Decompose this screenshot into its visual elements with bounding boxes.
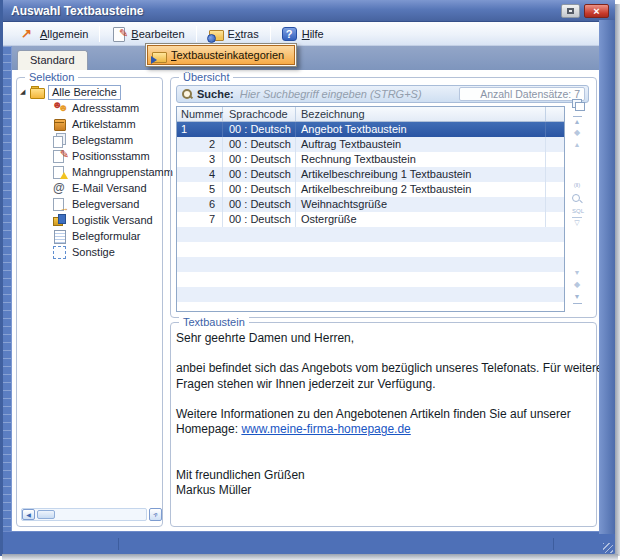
cell-sprachcode: 00 : Deutsch xyxy=(223,167,296,182)
filter-icon[interactable]: ▽ xyxy=(568,218,586,230)
cell-bezeichnung: Ostergrüße xyxy=(296,212,546,227)
tree-item-e-mail-versand[interactable]: E-Mail Versand xyxy=(20,180,158,196)
close-button[interactable]: × xyxy=(584,4,609,18)
tree-item-label: Belegformular xyxy=(72,230,140,242)
scrollbar-thumb[interactable] xyxy=(37,510,55,519)
table-row[interactable]: 500 : DeutschArtikelbeschreibung 2 Textb… xyxy=(177,182,564,197)
text-line: Fragen stehen wir Ihnen jederzeit zur Ve… xyxy=(176,377,591,392)
at-icon xyxy=(52,181,67,195)
text-line: Mit freundlichen Grüßen xyxy=(176,468,591,483)
tree-item-mahngruppenstamm[interactable]: Mahngruppenstamm xyxy=(20,164,158,180)
table-row[interactable]: 700 : DeutschOstergrüße xyxy=(177,212,564,227)
status-separator xyxy=(118,538,119,550)
tree-item-alle-bereiche[interactable]: ◢Alle Bereiche xyxy=(20,84,158,100)
menu-item-label: Textbausteinkategorien xyxy=(171,49,284,61)
tree-item-belegversand[interactable]: Belegversand xyxy=(20,196,158,212)
tree-item-label: Artikelstamm xyxy=(72,118,136,130)
extras-menu: Textbausteinkategorien xyxy=(145,43,297,67)
tree-item-positionsstamm[interactable]: Positionsstamm xyxy=(20,148,158,164)
selektion-tree: ◢Alle BereicheAdressstammArtikelstammBel… xyxy=(20,84,158,260)
menu-item-label: Bearbeiten xyxy=(131,28,184,40)
menu-item-textbausteinkategorien[interactable]: Textbausteinkategorien xyxy=(147,45,295,65)
cell-sprachcode: 00 : Deutsch xyxy=(223,212,296,227)
scroll-left-icon[interactable]: ◀ xyxy=(22,509,35,520)
scroll-last-icon[interactable]: ▼ xyxy=(573,292,582,304)
table-row[interactable]: 200 : DeutschAuftrag Textbaustein xyxy=(177,137,564,152)
magnify-icon[interactable] xyxy=(571,193,583,205)
menubar-items: AllgemeinBearbeitenExtrasHilfe xyxy=(3,22,599,46)
homepage-link[interactable]: www.meine-firma-homepage.de xyxy=(241,422,410,436)
cell-bezeichnung: Angebot Textbaustein xyxy=(296,122,546,137)
page-up-icon[interactable]: ◆ xyxy=(568,128,586,140)
tree-item-belegstamm[interactable]: Belegstamm xyxy=(20,132,158,148)
cell-bezeichnung: Artikelbeschreibung 2 Textbaustein xyxy=(296,182,546,197)
tree-item-label: Belegstamm xyxy=(72,134,133,146)
restore-button[interactable] xyxy=(561,4,580,18)
table-row[interactable]: 300 : DeutschRechnung Textbaustein xyxy=(177,152,564,167)
tree-item-adressstamm[interactable]: Adressstamm xyxy=(20,100,158,116)
expander-icon[interactable]: ◢ xyxy=(20,88,30,96)
column-header-bezeichnung[interactable]: Bezeichnung xyxy=(296,107,546,121)
menu-item-allgemein[interactable]: Allgemein xyxy=(13,24,95,44)
row-down-icon[interactable]: ▼ xyxy=(568,268,586,280)
tree-item-logistik-versand[interactable]: Logistik Versand xyxy=(20,212,158,228)
cell-empty xyxy=(546,212,564,227)
docked-panel-strip[interactable] xyxy=(3,46,12,531)
scroll-corner-button[interactable]: » xyxy=(149,508,162,521)
row-up-icon[interactable]: ▲ xyxy=(568,140,586,152)
search-icon xyxy=(181,88,193,100)
form-icon xyxy=(52,229,67,243)
grid-header[interactable]: NummerSprachcodeBezeichnung xyxy=(177,107,564,122)
cell-empty xyxy=(546,197,564,212)
tree-item-label: Mahngruppenstamm xyxy=(72,166,173,178)
search-input[interactable] xyxy=(238,87,459,101)
tree-horizontal-scrollbar[interactable]: ◀ xyxy=(21,508,147,521)
column-header-nummer[interactable]: Nummer xyxy=(177,107,223,121)
menu-item-bearbeiten[interactable]: Bearbeiten xyxy=(104,24,191,44)
resize-grip[interactable] xyxy=(603,543,613,553)
tree-item-belegformular[interactable]: Belegformular xyxy=(20,228,158,244)
menu-item-hilfe[interactable]: Hilfe xyxy=(275,24,331,44)
pen-icon xyxy=(52,149,67,163)
tree-item-label: Logistik Versand xyxy=(72,214,153,226)
text-line xyxy=(176,437,591,452)
titlebar[interactable]: Auswahl Textbausteine × xyxy=(0,0,615,22)
cell-empty xyxy=(546,182,564,197)
table-row[interactable]: 600 : DeutschWeihnachtsgrüße xyxy=(177,197,564,212)
doc-send-icon xyxy=(52,197,67,211)
grid-rows: 100 : DeutschAngebot Textbaustein200 : D… xyxy=(177,122,564,227)
box-icon xyxy=(52,117,67,131)
sql-edit-icon[interactable]: SQL xyxy=(572,206,582,218)
cell-sprachcode: 00 : Deutsch xyxy=(223,197,296,212)
textbaustein-body[interactable]: Sehr geehrte Damen und Herren, anbei bef… xyxy=(176,331,591,521)
tab-standard[interactable]: Standard xyxy=(17,50,88,70)
cell-nummer: 6 xyxy=(177,197,223,212)
tree-item-label: Positionsstamm xyxy=(72,150,150,162)
copy-icon[interactable] xyxy=(570,99,584,112)
logistics-icon xyxy=(52,213,67,227)
uebersicht-caption: Übersicht xyxy=(179,71,233,83)
status-bar xyxy=(0,531,617,556)
restore-icon xyxy=(567,8,574,14)
text-line: Weitere Informationen zu den Angebotenen… xyxy=(176,407,591,422)
menu-item-label: Allgemein xyxy=(40,28,88,40)
fit-width-icon[interactable]: (‖) xyxy=(568,180,586,192)
search-bar[interactable]: Suche: Anzahl Datensätze: 7 xyxy=(176,85,589,103)
column-header-sprachcode[interactable]: Sprachcode xyxy=(223,107,296,121)
menu-item-label: Hilfe xyxy=(302,28,324,40)
table-row[interactable]: 100 : DeutschAngebot Textbaustein xyxy=(177,122,564,137)
scroll-first-icon[interactable]: ▲ xyxy=(573,116,582,128)
cell-empty xyxy=(546,167,564,182)
window-title: Auswahl Textbausteine xyxy=(11,4,557,18)
cell-sprachcode: 00 : Deutsch xyxy=(223,122,296,137)
tree-item-label: E-Mail Versand xyxy=(72,182,147,194)
window-shadow xyxy=(2,554,618,560)
tree-item-sonstige[interactable]: Sonstige xyxy=(20,244,158,260)
menu-item-extras[interactable]: Extras xyxy=(201,24,266,44)
page-down-icon[interactable]: ◆ xyxy=(568,280,586,292)
tree-item-label: Sonstige xyxy=(72,246,115,258)
table-row[interactable]: 400 : DeutschArtikelbeschreibung 1 Textb… xyxy=(177,167,564,182)
tree-item-artikelstamm[interactable]: Artikelstamm xyxy=(20,116,158,132)
help-icon xyxy=(282,27,297,41)
folder-tools-icon xyxy=(208,27,223,41)
